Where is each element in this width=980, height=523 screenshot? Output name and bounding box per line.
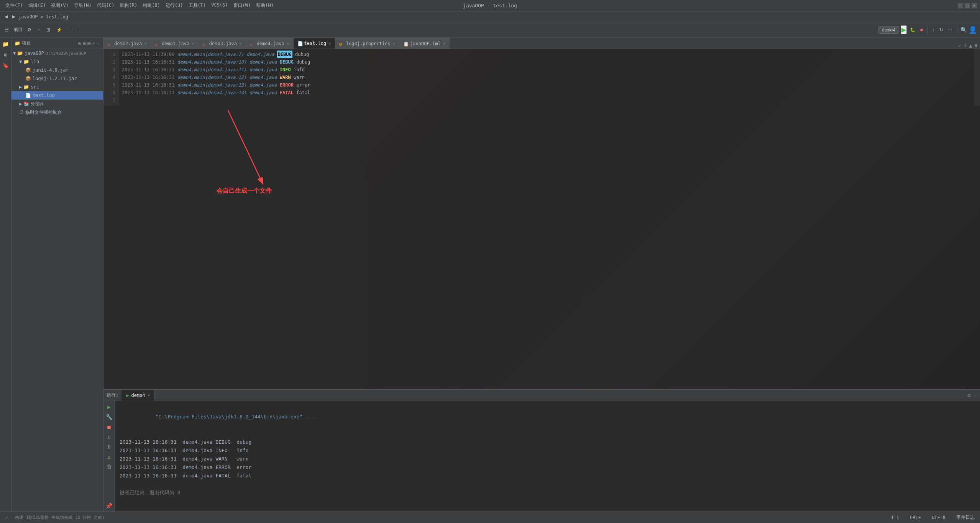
menu-refactor[interactable]: 重构(R) — [117, 2, 140, 10]
toolbar-settings-btn[interactable]: ⚙ — [26, 26, 33, 33]
log-date-4: 2023-11-13 16:16:31 — [122, 74, 174, 81]
log-class-3: demo4.main(demo4.java:11) — [177, 66, 247, 74]
status-build-btn[interactable]: ✓ — [3, 514, 10, 521]
toolbar-options-btn[interactable]: ⚡ — [55, 26, 64, 33]
run-exit-line: 进程已结束，退出代码为 0 — [120, 489, 975, 497]
run-button[interactable]: ▶ — [901, 25, 907, 34]
status-position[interactable]: 1:1 — [888, 514, 901, 521]
more-btn[interactable]: ⋯ — [946, 26, 954, 33]
editor-tab-expand[interactable]: ▲ — [969, 43, 972, 49]
tree-item-log4j[interactable]: 📦 log4j-1.2.17.jar — [11, 74, 103, 83]
tab-icon-javaoop-iml: 📋 — [403, 41, 408, 46]
menu-run[interactable]: 运行(U) — [163, 2, 185, 10]
tree-item-junit[interactable]: 📦 junit-4.9.jar — [11, 66, 103, 74]
tab-demo1[interactable]: ☕ demo1.java × — [151, 38, 199, 49]
log-date-5: 2023-11-13 16:16:31 — [122, 81, 174, 89]
run-output[interactable]: "C:\Program Files\Java\jdk1.8.0_144\bin\… — [115, 401, 980, 512]
tree-item-external[interactable]: ▶ 📚 外部库 — [11, 100, 103, 108]
status-line-ending[interactable]: CRLF — [908, 514, 923, 521]
menu-edit[interactable]: 编辑(E) — [26, 2, 48, 10]
sync-button[interactable]: ↻ — [938, 26, 945, 33]
tree-item-testlog[interactable]: 📄 test.log — [11, 91, 103, 100]
menu-build[interactable]: 构建(B) — [140, 2, 163, 10]
stop-button[interactable]: ■ — [919, 26, 924, 33]
status-build-message: 构建 1秒235毫秒 中成功完成 (2 分钟 之前) — [15, 515, 104, 520]
window-controls[interactable]: — □ × — [958, 3, 977, 8]
run-tab-label: demo4 — [131, 393, 145, 398]
toolbar-layout-btn[interactable]: ≡ — [36, 26, 42, 33]
menu-tools[interactable]: 工具(T) — [186, 2, 208, 10]
run-restart-btn[interactable]: ↻ — [105, 433, 113, 441]
tree-item-temp[interactable]: 🗒 临时文件和控制台 — [11, 108, 103, 116]
menu-help[interactable]: 帮助(H) — [254, 2, 276, 10]
tab-close-demo3[interactable]: × — [239, 41, 242, 46]
left-icon-bookmark[interactable]: 🔖 — [1, 61, 11, 70]
menu-view[interactable]: 视图(V) — [49, 2, 71, 10]
menu-window[interactable]: 窗口(W) — [231, 2, 253, 10]
toolbar-tree-btn[interactable]: ⊞ — [45, 26, 52, 33]
nav-forward-button[interactable]: ▶ — [11, 13, 17, 20]
tree-item-src[interactable]: ▶ 📁 src — [11, 83, 103, 91]
menu-file[interactable]: 文件(F) — [3, 2, 25, 10]
toolbar-sep2 — [927, 25, 928, 34]
tab-close-testlog[interactable]: × — [328, 41, 331, 46]
minimize-button[interactable]: — — [958, 3, 963, 8]
run-wrench-btn[interactable]: 🔧 — [105, 413, 113, 421]
close-button[interactable]: × — [972, 3, 977, 8]
search-button[interactable]: 🔍 — [960, 27, 967, 33]
tree-item-javaooop[interactable]: ▼ 📂 javaOOP D:\24929\javaOOP — [11, 49, 103, 57]
run-stop-btn[interactable]: ■ — [105, 423, 113, 431]
run-tab-close[interactable]: × — [148, 393, 150, 398]
tab-close-javaoop-iml[interactable]: × — [443, 41, 446, 46]
editor-content[interactable]: 1 2 3 4 5 6 7 2023-11-13 11:39:09 demo4.… — [103, 49, 980, 389]
run-clear-btn[interactable]: 🗑 — [105, 462, 113, 471]
tab-javaoop-iml[interactable]: 📋 javaOOP.iml × — [399, 38, 450, 49]
user-avatar[interactable]: 👤 — [969, 26, 977, 34]
project-header-options[interactable]: ⚡ — [92, 40, 95, 46]
editor-tab-extra1[interactable]: ✓ 2 — [958, 43, 967, 48]
run-pin-btn[interactable]: 📌 — [105, 502, 113, 510]
run-config-selector[interactable]: demo4 — [878, 26, 899, 34]
tab-demo4[interactable]: ☕ demo4.java × — [246, 38, 294, 49]
tab-demo3[interactable]: ☕ demo3.java × — [199, 38, 246, 49]
project-header-layout[interactable]: ≡ — [82, 40, 85, 46]
log-date-6: 2023-11-13 16:16:31 — [122, 89, 174, 97]
menu-navigate[interactable]: 导航(N) — [72, 2, 94, 10]
menu-bar[interactable]: 文件(F) 编辑(E) 视图(V) 导航(N) 代码(C) 重构(R) 构建(B… — [3, 2, 276, 10]
run-panel-settings-btn[interactable]: ⚙ — [967, 392, 970, 398]
tab-testlog[interactable]: 📄 test.log × — [294, 38, 335, 49]
project-header-expand[interactable]: ⊞ — [87, 40, 90, 46]
toolbar-project-btn[interactable]: ☰ — [3, 26, 10, 33]
tab-close-demo1[interactable]: × — [192, 41, 194, 46]
tab-demo2[interactable]: ☕ demo2.java × — [103, 38, 151, 49]
left-icon-structure[interactable]: ⊞ — [1, 50, 11, 60]
run-play-btn[interactable]: ▶ — [105, 403, 113, 411]
tab-close-demo4[interactable]: × — [287, 41, 289, 46]
left-icon-project[interactable]: 📁 — [1, 39, 11, 49]
editor-tab-collapse[interactable]: ▼ — [975, 43, 978, 49]
tab-close-demo2[interactable]: × — [144, 41, 147, 46]
status-event-log[interactable]: 事件日志 — [954, 513, 977, 521]
code-lines[interactable]: 2023-11-13 11:39:09 demo4.main(demo4.jav… — [119, 49, 975, 106]
run-warning-btn[interactable]: ⚠ — [105, 453, 113, 461]
project-header-settings[interactable]: ⚙ — [78, 40, 81, 46]
annotation-arrow-svg — [217, 110, 293, 195]
status-encoding[interactable]: UTF-8 — [929, 514, 948, 521]
update-button[interactable]: ↑ — [931, 26, 936, 33]
nav-back-button[interactable]: ◀ — [3, 13, 9, 20]
run-panel-minimize-btn[interactable]: — — [974, 392, 977, 398]
run-suspend-btn[interactable]: ⏸ — [105, 443, 113, 451]
tree-path-javaoop: D:\24929\javaOOP — [46, 51, 86, 56]
tab-log4j[interactable]: ⚙ log4j.properties × — [335, 38, 399, 49]
menu-vcs[interactable]: VCS(S) — [209, 2, 230, 10]
run-tab-demo4[interactable]: ▶ demo4 × — [121, 390, 155, 401]
tree-lib-folder-icon: 📁 — [23, 59, 29, 64]
tree-collapse-lib-icon: ▼ — [19, 59, 22, 64]
tab-close-log4j[interactable]: × — [393, 41, 396, 46]
toolbar-minimize-panel-btn[interactable]: — — [67, 26, 74, 33]
project-header-close[interactable]: — — [97, 40, 100, 46]
tree-item-lib[interactable]: ▼ 📁 lib — [11, 57, 103, 66]
debug-button[interactable]: 🐛 — [908, 26, 917, 33]
maximize-button[interactable]: □ — [965, 3, 970, 8]
menu-code[interactable]: 代码(C) — [95, 2, 117, 10]
